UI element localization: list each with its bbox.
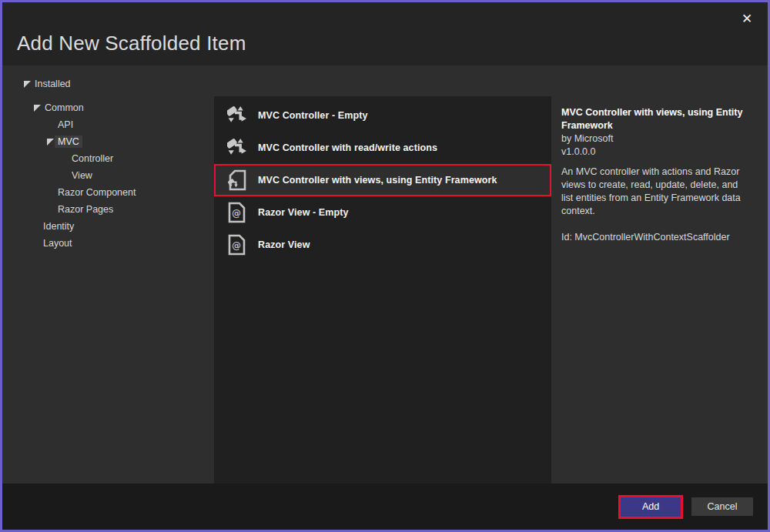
tree-item-razor-component[interactable]: Razor Component [2, 184, 214, 201]
svg-text:@: @ [232, 240, 241, 251]
footer-bar: Add Cancel [2, 483, 768, 530]
list-item-razor-view[interactable]: @ Razor View [214, 229, 551, 261]
tree-item-identity[interactable]: Identity [2, 218, 214, 235]
list-item-mvc-controller-readwrite[interactable]: MVC Controller with read/write actions [214, 132, 551, 164]
details-version: v1.0.0.0 [561, 146, 748, 159]
list-item-mvc-controller-empty[interactable]: MVC Controller - Empty [214, 99, 551, 132]
tree-item-layout[interactable]: Layout [2, 235, 214, 252]
tree-item-razor-pages[interactable]: Razor Pages [2, 201, 214, 218]
expander-icon [34, 105, 45, 112]
add-new-scaffolded-item-dialog: Add New Scaffolded Item ✕ Installed Comm… [0, 0, 770, 532]
close-icon[interactable]: ✕ [735, 7, 758, 30]
details-author: by Microsoft [561, 132, 748, 146]
list-item-label: MVC Controller with read/write actions [258, 142, 437, 153]
list-item-razor-view-empty[interactable]: @ Razor View - Empty [214, 196, 551, 229]
tree-item-label: Razor Pages [58, 204, 113, 215]
template-list: MVC Controller - Empty MVC Controller wi… [214, 96, 551, 483]
list-item-mvc-controller-ef[interactable]: MVC Controller with views, using Entity … [214, 164, 551, 196]
details-id: Id: MvcControllerWithContextScaffolder [561, 231, 748, 244]
cancel-button[interactable]: Cancel [691, 497, 753, 516]
category-tree: Installed Common API MVC Controller View… [2, 75, 214, 252]
list-item-label: Razor View - Empty [258, 207, 349, 218]
mvc-controller-icon [226, 137, 248, 159]
tree-item-label: MVC [55, 136, 82, 148]
tree-item-label: Identity [43, 221, 74, 232]
expander-icon [24, 81, 35, 88]
tree-item-label: API [58, 119, 73, 130]
titlebar: Add New Scaffolded Item ✕ [2, 2, 768, 65]
list-item-label: MVC Controller - Empty [258, 110, 367, 121]
list-item-label: MVC Controller with views, using Entity … [258, 175, 497, 186]
mvc-controller-ef-icon [226, 169, 248, 191]
tree-item-view[interactable]: View [2, 167, 214, 184]
tree-item-mvc[interactable]: MVC [2, 133, 214, 150]
razor-view-icon: @ [226, 234, 248, 256]
dialog-title: Add New Scaffolded Item [17, 32, 246, 55]
tree-item-label: Common [45, 102, 84, 113]
tree-item-api[interactable]: API [2, 116, 214, 133]
tree-item-label: View [72, 170, 92, 181]
tree-item-label: Controller [72, 153, 113, 164]
mvc-controller-icon [226, 105, 248, 126]
details-description: An MVC controller with actions and Razor… [561, 166, 748, 218]
tree-item-label: Layout [43, 238, 72, 249]
details-title: MVC Controller with views, using Entity … [561, 106, 748, 132]
list-item-label: Razor View [258, 239, 310, 250]
razor-view-icon: @ [226, 202, 248, 223]
tree-item-label: Razor Component [58, 187, 136, 198]
tree-item-common[interactable]: Common [2, 99, 214, 116]
tree-item-label: Installed [35, 79, 71, 89]
tree-item-installed[interactable]: Installed [2, 75, 214, 92]
tree-item-controller[interactable]: Controller [2, 150, 214, 167]
add-button[interactable]: Add [618, 495, 683, 519]
svg-text:@: @ [232, 208, 241, 219]
details-panel: MVC Controller with views, using Entity … [551, 65, 768, 483]
